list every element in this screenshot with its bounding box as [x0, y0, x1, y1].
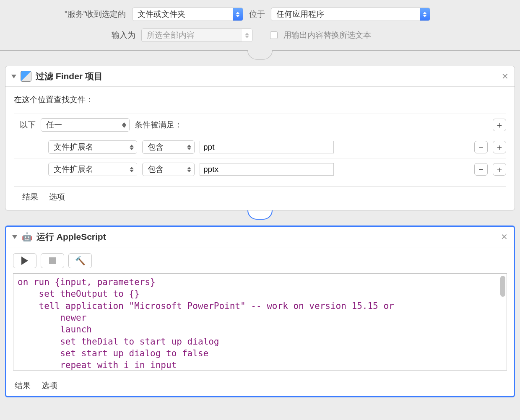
- filter-rule-row: 文件扩展名 包含 − ＋: [14, 136, 506, 158]
- results-tab-button[interactable]: 结果: [15, 380, 31, 391]
- add-rule-button[interactable]: ＋: [493, 163, 506, 176]
- options-tab-button[interactable]: 选项: [49, 192, 65, 202]
- receives-select[interactable]: 文件或文件夹: [132, 8, 243, 21]
- action-title: 过滤 Finder 项目: [36, 70, 103, 82]
- filter-prompt: 在这个位置查找文件：: [14, 94, 506, 105]
- hammer-icon: 🔨: [75, 256, 86, 266]
- script-editor[interactable]: on run {input, parameters} set theOutput…: [13, 273, 507, 371]
- action-header[interactable]: 过滤 Finder 项目 ✕: [5, 66, 515, 87]
- workflow-input-config: "服务"收到选定的 文件或文件夹 位于 任何应用程序 输入为 所选全部内容: [0, 0, 520, 51]
- stop-icon: [49, 257, 56, 264]
- rule-operator-select[interactable]: 包含: [142, 140, 195, 154]
- finder-icon: [21, 71, 31, 82]
- replace-text-label: 用输出内容替换所选文本: [283, 30, 371, 41]
- compile-script-button[interactable]: 🔨: [68, 253, 92, 268]
- stop-script-button[interactable]: [41, 253, 64, 268]
- options-tab-button[interactable]: 选项: [42, 380, 57, 391]
- match-condition-row: 以下 任一 条件被满足： ＋: [14, 114, 506, 136]
- action-header[interactable]: 🤖 运行 AppleScript ✕: [6, 227, 514, 247]
- close-icon[interactable]: ✕: [502, 71, 509, 81]
- scrollbar-thumb[interactable]: [500, 276, 505, 297]
- applescript-icon: 🤖: [21, 231, 32, 242]
- flow-connector-icon: [247, 50, 273, 60]
- disclosure-triangle-icon[interactable]: [12, 235, 17, 239]
- in-label: 位于: [249, 9, 265, 20]
- rule-operator-select[interactable]: 包含: [142, 163, 195, 176]
- remove-rule-button[interactable]: −: [474, 141, 488, 153]
- input-as-select: 所选全部内容: [141, 29, 252, 42]
- action-footer: 结果 选项: [6, 375, 514, 396]
- flow-connector-icon: [247, 210, 273, 220]
- rule-value-input[interactable]: [200, 163, 334, 176]
- disclosure-triangle-icon[interactable]: [11, 75, 16, 78]
- rule-value-input[interactable]: [200, 141, 334, 153]
- location-select[interactable]: 任何应用程序: [271, 8, 430, 21]
- add-rule-group-button[interactable]: ＋: [493, 119, 506, 131]
- rule-attribute-select[interactable]: 文件扩展名: [48, 140, 137, 154]
- replace-text-checkbox[interactable]: [270, 31, 278, 39]
- receives-label: "服务"收到选定的: [65, 9, 126, 20]
- play-icon: [21, 257, 28, 265]
- input-as-label: 输入为: [112, 30, 135, 41]
- rule-attribute-select[interactable]: 文件扩展名: [48, 163, 137, 176]
- match-mode-select[interactable]: 任一: [41, 118, 130, 132]
- match-prefix-label: 以下: [20, 119, 36, 130]
- action-title: 运行 AppleScript: [36, 231, 106, 243]
- run-script-button[interactable]: [13, 253, 36, 268]
- results-tab-button[interactable]: 结果: [22, 192, 38, 202]
- script-source[interactable]: on run {input, parameters} set theOutput…: [18, 276, 502, 371]
- remove-rule-button[interactable]: −: [474, 163, 488, 176]
- close-icon[interactable]: ✕: [501, 232, 508, 242]
- add-rule-button[interactable]: ＋: [493, 141, 506, 153]
- action-run-applescript: 🤖 运行 AppleScript ✕ 🔨 on run {input, para…: [5, 226, 515, 397]
- action-filter-finder-items: 过滤 Finder 项目 ✕ 在这个位置查找文件： 以下 任一 条件被满足： ＋…: [5, 66, 515, 210]
- action-footer: 结果 选项: [14, 186, 506, 207]
- filter-rule-row: 文件扩展名 包含 − ＋: [14, 158, 506, 180]
- match-suffix-label: 条件被满足：: [135, 119, 182, 130]
- script-toolbar: 🔨: [6, 247, 514, 273]
